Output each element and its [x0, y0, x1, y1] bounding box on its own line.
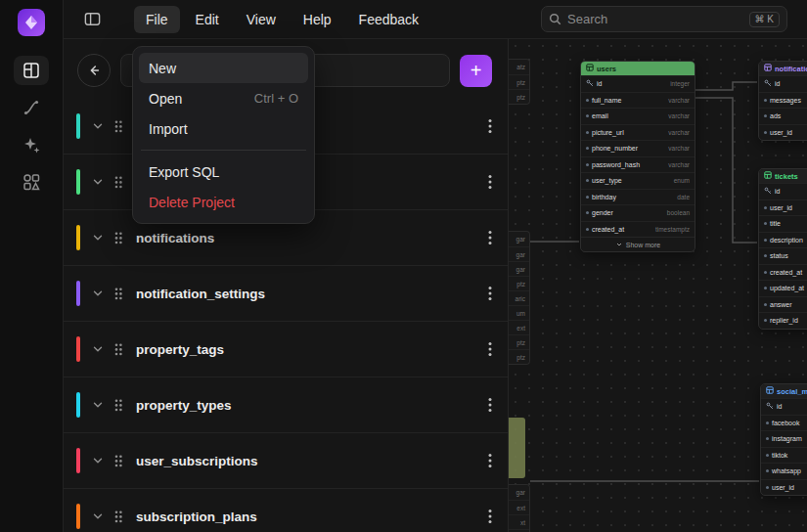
table-icon: [764, 171, 772, 181]
clipped-type-fragment: ptz: [509, 276, 529, 290]
collapse-chevron-icon[interactable]: [91, 119, 105, 133]
file-menu-item-delete-project[interactable]: Delete Project: [139, 187, 308, 217]
primary-key-icon: [766, 402, 774, 411]
drag-handle-icon[interactable]: [113, 175, 123, 190]
table-list-item-property-types[interactable]: property_types: [64, 377, 508, 433]
field-type-label: timestamptz: [655, 226, 690, 233]
diagram-field-row: idinteger: [581, 75, 695, 92]
diagram-field-row: id: [759, 183, 807, 200]
diagram-field-row: whatsapp: [761, 463, 807, 479]
field-name-label: answer: [770, 301, 792, 308]
table-name: user_subscriptions: [136, 454, 258, 468]
table-color-bar: [76, 392, 80, 418]
drag-handle-icon[interactable]: [113, 398, 123, 413]
table-options-kebab-icon[interactable]: [488, 397, 492, 413]
field-name: tiktok: [766, 452, 787, 459]
clipped-type-fragment: aric: [509, 290, 529, 305]
drag-handle-icon[interactable]: [113, 454, 123, 468]
diagram-field-row: replier_id: [759, 312, 807, 329]
diagram-table-title: tickets: [775, 172, 798, 181]
drag-handle-icon[interactable]: [113, 119, 123, 134]
diagram-table-users[interactable]: usersidintegerfull_namevarcharemailvarch…: [580, 61, 695, 252]
drag-handle-icon[interactable]: [113, 510, 123, 524]
app-logo[interactable]: [18, 9, 45, 36]
field-dot-icon: [764, 222, 767, 225]
clipped-type-fragment: atz: [509, 60, 529, 74]
clipped-type-fragment: ptz: [509, 349, 529, 364]
diagram-canvas[interactable]: usersidintegerfull_namevarcharemailvarch…: [509, 39, 807, 532]
diagram-table-title: users: [597, 65, 616, 73]
field-dot-icon: [764, 99, 767, 102]
table-color-bar: [76, 169, 80, 195]
file-menu-item-label: Open: [149, 91, 182, 107]
field-name-label: phone_number: [592, 145, 638, 152]
diagram-field-row: instagram: [761, 430, 807, 447]
collapse-chevron-icon[interactable]: [91, 231, 105, 244]
diagram-field-row: created_attimestamptz: [581, 221, 695, 238]
table-options-kebab-icon[interactable]: [488, 453, 492, 468]
table-options-kebab-icon[interactable]: [488, 118, 492, 134]
field-name: replier_id: [764, 317, 798, 324]
file-menu-item-export-sql[interactable]: Export SQL: [139, 156, 308, 187]
field-name-label: password_hash: [592, 161, 640, 168]
menu-help[interactable]: Help: [291, 6, 343, 33]
ai-sparkles-icon[interactable]: [14, 130, 49, 159]
collapse-chevron-icon[interactable]: [91, 510, 105, 523]
file-menu: NewOpenCtrl + OImportExport SQLDelete Pr…: [132, 46, 315, 224]
table-list-item-notification-settings[interactable]: notification_settings: [64, 266, 508, 322]
file-menu-item-new[interactable]: New: [139, 53, 308, 83]
diagram-field-row: facebook: [761, 415, 807, 431]
drag-handle-icon[interactable]: [113, 231, 123, 245]
menu-feedback[interactable]: Feedback: [347, 6, 430, 33]
collapse-chevron-icon[interactable]: [91, 454, 105, 467]
diagram-field-row: id: [761, 398, 807, 415]
collapse-chevron-icon[interactable]: [91, 175, 105, 189]
relationships-tool-icon[interactable]: [14, 93, 49, 122]
back-button[interactable]: [77, 54, 111, 87]
field-type-label: varchar: [668, 97, 690, 104]
field-name-label: email: [592, 112, 608, 119]
sidebar-toggle-icon[interactable]: [79, 7, 105, 32]
table-list-item-user-subscriptions[interactable]: user_subscriptions: [64, 433, 508, 489]
collapse-chevron-icon[interactable]: [91, 398, 105, 412]
menu-view[interactable]: View: [235, 6, 288, 33]
table-options-kebab-icon[interactable]: [488, 509, 492, 524]
file-menu-item-open[interactable]: OpenCtrl + O: [139, 83, 308, 113]
field-name: picture_url: [586, 129, 624, 136]
global-search-input[interactable]: Search ⌘ K: [541, 6, 787, 32]
field-dot-icon: [764, 131, 767, 134]
diagram-table-notifications[interactable]: notificationsidmessagesadsuser_id: [758, 61, 807, 141]
field-type-label: boolean: [667, 209, 690, 216]
file-menu-item-import[interactable]: Import: [139, 113, 308, 144]
show-more-toggle[interactable]: Show more: [581, 237, 695, 251]
diagram-table-header: tickets: [759, 169, 807, 183]
arrow-left-icon: [86, 63, 102, 78]
field-name: updated_at: [764, 285, 804, 291]
add-table-button[interactable]: +: [460, 55, 492, 87]
menu-edit[interactable]: Edit: [184, 6, 231, 33]
diagram-table-tickets[interactable]: ticketsiduser_idtitledescriptionstatuscr…: [758, 168, 807, 330]
table-icon: [766, 386, 774, 396]
menu-file[interactable]: File: [134, 6, 180, 33]
field-name: id: [764, 79, 780, 88]
diagram-table-social-mo[interactable]: social_moidfacebookinstagramtiktokwhatsa…: [760, 383, 807, 496]
shapes-tool-icon[interactable]: [14, 167, 49, 197]
table-list-item-subscription-plans[interactable]: subscription_plans: [64, 489, 508, 532]
table-options-kebab-icon[interactable]: [488, 341, 492, 357]
table-options-kebab-icon[interactable]: [488, 230, 492, 245]
file-menu-item-label: Export SQL: [149, 164, 219, 180]
drag-handle-icon[interactable]: [113, 342, 123, 357]
table-options-kebab-icon[interactable]: [488, 286, 492, 301]
field-dot-icon: [764, 319, 767, 322]
field-name-label: user_id: [772, 484, 794, 491]
collapse-chevron-icon[interactable]: [91, 287, 105, 300]
table-options-kebab-icon[interactable]: [488, 174, 492, 190]
field-dot-icon: [764, 271, 767, 274]
drag-handle-icon[interactable]: [113, 287, 123, 301]
tables-tool-icon[interactable]: [14, 56, 49, 85]
collapse-chevron-icon[interactable]: [91, 342, 105, 356]
diagram-field-row: answer: [759, 296, 807, 313]
table-list-item-property-tags[interactable]: property_tags: [64, 322, 508, 377]
clipped-type-fragment: ext: [509, 500, 529, 514]
field-name-label: status: [770, 252, 788, 259]
